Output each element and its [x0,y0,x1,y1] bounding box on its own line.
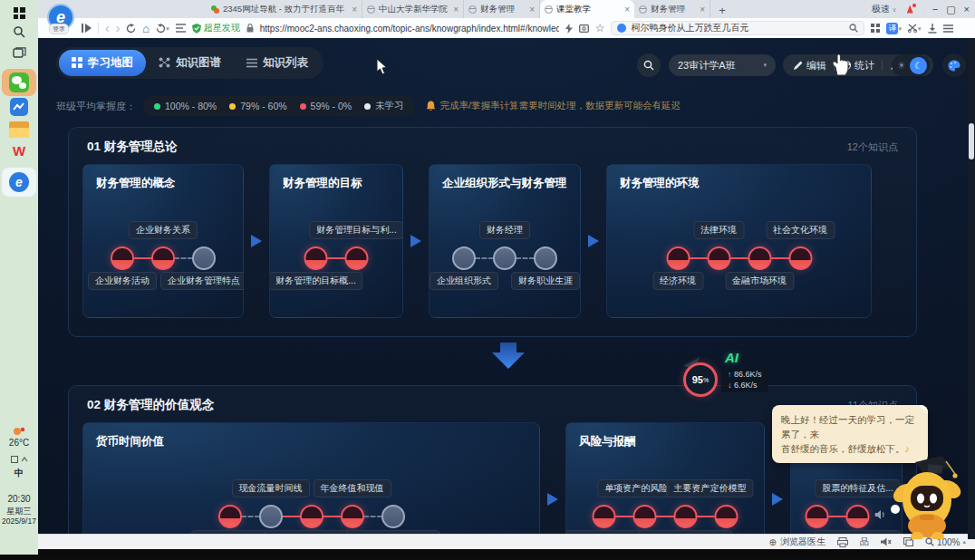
minimize-button[interactable]: − [932,4,938,14]
knowledge-card[interactable]: 财务管理的概念企业财务关系企业财务活动企业财务管理特点 [82,164,244,318]
moon-icon[interactable]: ☾ [910,57,927,74]
back-button[interactable]: ‹ [105,22,110,34]
address-url[interactable]: https://mooc2-ans.chaoxing.com/topic-ans… [260,24,559,34]
ai-speed-widget[interactable]: 95% AI ▾↑ 86.6K/s ↓ 6.6K/s [683,355,810,401]
weather-temp[interactable]: 26°C [0,438,38,448]
favorite-star-icon[interactable]: ☆ [595,23,605,34]
browser-tab[interactable]: 课堂教学× [540,0,634,18]
sites-icon[interactable]: 品 [860,536,869,548]
tab-title[interactable]: 课堂教学 [556,4,621,15]
new-tab-button[interactable]: + [714,2,730,18]
bookmarks-panel-icon[interactable] [176,24,186,33]
knowledge-node[interactable] [341,505,364,528]
knowledge-node[interactable] [192,246,216,270]
node-label[interactable]: 财务经理 [479,221,530,239]
tab-title[interactable]: 财务管理 [651,4,696,15]
printer-icon[interactable] [837,537,848,547]
apps-grid-icon[interactable] [871,24,880,33]
knowledge-node[interactable] [151,246,175,270]
tab-close-icon[interactable]: × [529,5,535,14]
close-button[interactable]: × [964,4,970,14]
scrollbar-thumb[interactable] [969,123,974,159]
class-selector[interactable]: 23审计学A班 ▾ [669,54,776,76]
taskbar-search-icon[interactable] [0,25,38,38]
windows-start-icon[interactable] [0,7,38,19]
browser-search-box[interactable]: 柯尔鸭身价从上万跌至几百元 [611,21,864,35]
home-icon[interactable]: ⌂ [142,23,150,34]
node-label[interactable]: 企业财务管理特点 [160,272,244,290]
search-icon[interactable] [849,24,858,33]
node-label[interactable]: 主要资产定价模型 [667,479,754,497]
tab-title[interactable]: 中山大学新华学院 [379,4,449,15]
browser-app-icon[interactable]: e [0,172,38,192]
knowledge-card[interactable]: 企业组织形式与财务管理财务经理企业组织形式财务职业生涯 [429,164,581,318]
tray-icons[interactable] [0,456,38,463]
node-label[interactable]: 财务管理目标与利... [309,221,403,239]
edit-button[interactable]: 编辑 [787,59,834,72]
knowledge-node[interactable] [593,505,616,528]
node-label[interactable]: 财务管理的目标概... [269,272,363,290]
site-badge[interactable]: 超星发现 [192,22,240,34]
knowledge-node[interactable] [300,505,323,528]
node-label[interactable]: 企业组织形式 [430,272,498,290]
knowledge-node[interactable] [304,246,328,270]
knowledge-node[interactable] [534,246,557,270]
file-explorer-icon[interactable] [0,121,38,138]
clock-time[interactable]: 20:30 [0,494,38,504]
adblock-lightning-icon[interactable] [565,24,573,34]
knowledge-node[interactable] [748,246,771,270]
tab-close-icon[interactable]: × [624,5,630,14]
browser-tab[interactable]: 财务管理× [634,0,710,18]
node-label[interactable]: 股票的特征及估... [815,479,900,497]
knowledge-node[interactable] [715,505,738,528]
browser-tab[interactable]: 财务管理× [464,0,540,18]
node-label[interactable]: 法律环境 [693,221,744,239]
node-label[interactable]: 经济环境 [652,272,703,290]
knowledge-node[interactable] [806,505,829,528]
wechat-app-icon[interactable] [0,72,38,92]
ai-gauge[interactable]: 95% [683,362,718,397]
forward-button[interactable]: › [116,22,121,34]
knowledge-node[interactable] [674,505,698,528]
knowledge-node[interactable] [259,505,283,528]
tab-knowledge-list[interactable]: 知识列表 [234,50,321,76]
knowledge-node[interactable] [111,246,134,270]
tab-close-icon[interactable]: × [700,5,705,14]
knowledge-node[interactable] [452,246,476,270]
knowledge-node[interactable] [381,505,405,528]
knowledge-node[interactable] [633,505,657,528]
scissors-icon[interactable]: ▾ [908,24,922,33]
tab-close-icon[interactable]: × [453,5,459,14]
screenshot-icon[interactable] [579,24,589,33]
node-label[interactable]: 企业财务活动 [88,272,157,290]
browser-tab[interactable]: 2345网址导航 - 致力于打造百年× [207,0,362,18]
translate-icon[interactable]: 译▾ [886,23,902,34]
page-scrollbar[interactable] [968,38,975,539]
knowledge-node[interactable] [493,246,516,270]
theme-palette-button[interactable] [942,53,966,77]
download-icon[interactable] [928,24,937,34]
speed-mode-button[interactable]: 极速 ∨ [872,3,897,15]
login-badge[interactable]: 登录 [49,24,69,34]
sidebar-toggle-icon[interactable] [82,24,92,33]
sun-icon[interactable]: ☀ [894,60,906,72]
node-label[interactable]: 企业财务关系 [129,221,198,239]
speaker-icon[interactable] [875,509,887,520]
tab-title[interactable]: 财务管理 [480,4,526,15]
knowledge-node[interactable] [345,246,369,270]
maximize-button[interactable]: ▢ [946,4,955,15]
tab-close-icon[interactable]: × [352,5,357,14]
tab-title[interactable]: 2345网址导航 - 致力于打造百年 [223,4,348,15]
refresh-icon[interactable] [126,24,136,34]
theme-toggle[interactable]: ☀ ☾ [892,54,930,76]
knowledge-node[interactable] [666,246,690,270]
node-label[interactable]: 社会文化环境 [766,221,835,239]
knowledge-node[interactable] [218,505,242,528]
knowledge-card[interactable]: 财务管理的目标财务管理目标与利...财务管理的目标概... [269,164,403,318]
task-view-icon[interactable] [0,47,38,59]
ime-indicator[interactable]: 中 [0,467,38,479]
browser-tab[interactable]: 中山大学新华学院× [362,0,464,18]
tab-learning-map[interactable]: 学习地图 [59,50,146,76]
tab-knowledge-graph[interactable]: 知识图谱 [146,50,234,76]
docs-app-icon[interactable] [0,98,38,116]
